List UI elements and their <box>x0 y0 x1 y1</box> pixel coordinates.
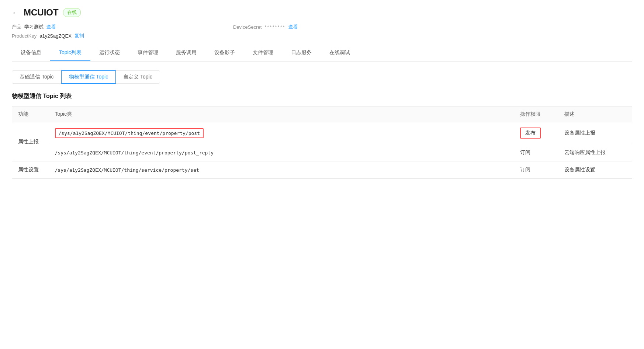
perm-value-highlighted: 发布 <box>520 128 541 139</box>
perm-value-subscribe-2: 订阅 <box>520 167 530 172</box>
topic-value-property-set: /sys/a1y2SagZQEX/MCUIOT/thing/service/pr… <box>55 167 199 173</box>
product-key-copy-link[interactable]: 复制 <box>75 32 84 39</box>
topic-cell-property-set: /sys/a1y2SagZQEX/MCUIOT/thing/service/pr… <box>49 161 514 179</box>
func-cell-property-report: 属性上报 <box>12 122 49 161</box>
table-row: /sys/a1y2SagZQEX/MCUIOT/thing/event/prop… <box>12 144 632 161</box>
primary-tabs: 设备信息 Topic列表 运行状态 事件管理 服务调用 设备影子 文件管理 日志… <box>12 45 632 62</box>
secondary-tabs: 基础通信 Topic 物模型通信 Topic 自定义 Topic <box>12 70 632 84</box>
table-row: 属性设置 /sys/a1y2SagZQEX/MCUIOT/thing/servi… <box>12 161 632 179</box>
func-cell-property-set: 属性设置 <box>12 161 49 179</box>
product-key-label: ProductKey <box>12 33 37 39</box>
desc-cell-property-report: 设备属性上报 <box>558 122 632 144</box>
col-header-desc: 描述 <box>558 107 632 122</box>
tab-topic-list[interactable]: Topic列表 <box>50 45 90 61</box>
status-badge: 在线 <box>63 8 81 17</box>
product-value: 学习测试 <box>24 24 44 30</box>
tab-online-debug[interactable]: 在线调试 <box>321 45 359 61</box>
tab-event-management[interactable]: 事件管理 <box>129 45 167 61</box>
tab-device-shadow[interactable]: 设备影子 <box>205 45 244 61</box>
perm-cell-subscribe-2: 订阅 <box>514 161 558 179</box>
tab-custom-topic[interactable]: 自定义 Topic <box>115 70 160 84</box>
tab-basic-topic[interactable]: 基础通信 Topic <box>12 70 62 84</box>
tab-file-management[interactable]: 文件管理 <box>244 45 282 61</box>
topic-cell-property-post: /sys/a1y2SagZQEX/MCUIOT/thing/event/prop… <box>49 122 514 144</box>
section-title: 物模型通信 Topic 列表 <box>12 93 632 100</box>
perm-value-subscribe-1: 订阅 <box>520 149 530 155</box>
col-header-perm: 操作权限 <box>514 107 558 122</box>
device-secret-view-link[interactable]: 查看 <box>288 24 298 30</box>
tab-running-status[interactable]: 运行状态 <box>90 45 129 61</box>
product-view-link[interactable]: 查看 <box>46 24 56 30</box>
device-secret-value: ******** <box>264 24 285 30</box>
topic-value-post-reply: /sys/a1y2SagZQEX/MCUIOT/thing/event/prop… <box>55 150 214 156</box>
back-button[interactable]: ← <box>12 8 19 17</box>
perm-cell-subscribe-1: 订阅 <box>514 144 558 161</box>
tab-device-info[interactable]: 设备信息 <box>12 45 50 61</box>
col-header-func: 功能 <box>12 107 49 122</box>
topic-cell-property-post-reply: /sys/a1y2SagZQEX/MCUIOT/thing/event/prop… <box>49 144 514 161</box>
device-title: MCUIOT <box>24 7 59 18</box>
table-row: 属性上报 /sys/a1y2SagZQEX/MCUIOT/thing/event… <box>12 122 632 144</box>
tab-service-call[interactable]: 服务调用 <box>167 45 205 61</box>
product-label: 产品 <box>12 24 21 30</box>
product-key-value: a1y2SagZQEX <box>39 33 72 39</box>
tab-log-service[interactable]: 日志服务 <box>282 45 321 61</box>
tab-thing-model-topic[interactable]: 物模型通信 Topic <box>61 70 116 84</box>
perm-cell-publish: 发布 <box>514 122 558 144</box>
col-header-topic: Topic类 <box>49 107 514 122</box>
device-secret-label: DeviceSecret <box>233 24 262 30</box>
desc-cell-property-set: 设备属性设置 <box>558 161 632 179</box>
topic-value-highlighted: /sys/a1y2SagZQEX/MCUIOT/thing/event/prop… <box>55 128 204 138</box>
desc-cell-cloud-response: 云端响应属性上报 <box>558 144 632 161</box>
topic-table: 功能 Topic类 操作权限 描述 属性上报 /sys/a1y2SagZQEX/… <box>12 106 632 179</box>
